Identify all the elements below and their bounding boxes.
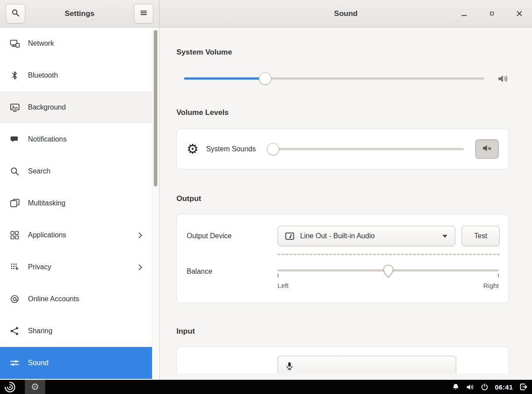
test-speakers-button[interactable]: Test <box>462 226 500 246</box>
output-device-label: Output Device <box>187 232 278 240</box>
system-volume-row <box>176 72 509 85</box>
settings-window: Settings Sound <box>0 0 532 380</box>
search-button[interactable] <box>6 4 25 24</box>
balance-label: Balance <box>187 268 278 276</box>
system-sounds-gear-icon: ⚙ <box>187 142 199 156</box>
output-heading: Output <box>176 194 509 203</box>
sidebar-item-network[interactable]: Network <box>0 28 159 59</box>
network-icon <box>9 38 20 49</box>
taskbar-clock[interactable]: 06:41 <box>495 383 513 391</box>
output-device-dropdown[interactable]: Line Out - Built-in Audio <box>278 226 455 246</box>
sidebar-item-label: Network <box>28 39 54 47</box>
online-accounts-icon <box>9 294 20 304</box>
volume-muted-icon <box>482 143 493 155</box>
sharing-icon <box>9 326 20 336</box>
dropdown-arrow-icon <box>442 234 448 238</box>
applications-icon <box>9 230 20 240</box>
output-card: Output Device Line Out - Built-in Audio … <box>176 214 509 303</box>
logout-tray-icon[interactable] <box>520 383 528 391</box>
notifications-icon <box>9 134 20 145</box>
chevron-right-icon <box>137 264 144 271</box>
audio-card-icon <box>285 232 294 241</box>
taskbar-tray: 06:41 <box>452 380 532 394</box>
input-device-dropdown[interactable] <box>278 356 456 373</box>
window-controls <box>460 10 532 18</box>
volume-tray-icon[interactable] <box>466 383 474 391</box>
sidebar-item-sound[interactable]: Sound <box>0 347 159 379</box>
sidebar-item-notifications[interactable]: Notifications <box>0 123 159 155</box>
sidebar-item-search[interactable]: Search <box>0 155 159 187</box>
dashed-separator <box>278 254 500 255</box>
balance-left-tick <box>278 274 278 277</box>
power-tray-icon[interactable] <box>481 383 488 390</box>
output-device-row: Output Device Line Out - Built-in Audio … <box>187 226 500 246</box>
taskbar: ⚙ 06:41 <box>0 380 532 394</box>
search-icon <box>12 9 20 19</box>
sidebar-item-privacy[interactable]: Privacy <box>0 251 159 283</box>
desktop: Settings Sound <box>0 0 532 394</box>
sidebar: Network Bluetooth Background <box>0 28 160 380</box>
multitasking-icon <box>9 198 20 209</box>
sidebar-item-label: Notifications <box>28 135 66 143</box>
microphone-icon <box>285 362 294 370</box>
system-volume-knob[interactable] <box>259 72 271 85</box>
sidebar-item-label: Search <box>28 167 51 175</box>
balance-right-label: Right <box>483 282 499 289</box>
balance-right-tick <box>498 274 499 277</box>
sound-icon <box>9 358 20 368</box>
balance-row: Balance Left <box>187 264 500 289</box>
sidebar-scrollbar-track[interactable] <box>152 28 159 380</box>
sidebar-item-label: Sound <box>28 359 48 367</box>
sidebar-item-sharing[interactable]: Sharing <box>0 315 159 347</box>
input-card <box>176 347 509 373</box>
sidebar-item-multitasking[interactable]: Multitasking <box>0 187 159 219</box>
volume-levels-heading: Volume Levels <box>176 108 509 117</box>
system-sounds-label: System Sounds <box>206 145 256 153</box>
sidebar-title: Settings <box>65 9 94 18</box>
balance-slider[interactable] <box>278 264 499 278</box>
chevron-right-icon <box>137 232 144 239</box>
sidebar-headerbar: Settings <box>0 0 160 27</box>
content-headerbar: Sound <box>160 0 532 27</box>
sound-panel: System Volume Volume Levels ⚙ System Sou… <box>160 28 532 380</box>
system-volume-heading: System Volume <box>176 48 509 57</box>
balance-extent-labels: Left Right <box>278 282 499 289</box>
gear-icon: ⚙ <box>31 382 39 392</box>
volume-high-icon <box>497 73 509 84</box>
sidebar-item-bluetooth[interactable]: Bluetooth <box>0 59 159 91</box>
background-icon <box>9 102 20 113</box>
volume-levels-card: ⚙ System Sounds <box>176 129 509 169</box>
sidebar-item-label: Online Accounts <box>28 295 79 303</box>
system-sounds-knob[interactable] <box>267 143 279 155</box>
system-volume-slider[interactable] <box>184 72 485 85</box>
system-sounds-slider[interactable] <box>267 142 464 156</box>
sidebar-item-label: Sharing <box>28 327 52 335</box>
slider-fill <box>184 78 265 80</box>
sidebar-item-background[interactable]: Background <box>0 91 159 123</box>
sidebar-item-label: Background <box>28 103 66 111</box>
hamburger-menu-icon <box>140 9 148 19</box>
maximize-button[interactable] <box>488 10 496 18</box>
search-sidebar-icon <box>9 166 20 177</box>
balance-left-label: Left <box>278 282 289 289</box>
sidebar-item-label: Applications <box>28 231 66 239</box>
notifications-tray-icon[interactable] <box>452 383 459 390</box>
sidebar-item-label: Privacy <box>28 263 51 271</box>
balance-knob[interactable] <box>382 264 395 280</box>
privacy-icon <box>9 262 20 272</box>
taskbar-settings-app[interactable]: ⚙ <box>25 380 45 394</box>
system-sounds-mute-toggle[interactable] <box>475 139 499 159</box>
app-launcher-icon[interactable] <box>0 380 20 394</box>
sidebar-item-label: Bluetooth <box>28 71 58 79</box>
close-button[interactable] <box>515 10 523 18</box>
input-heading: Input <box>176 327 509 336</box>
balance-slider-area: Left Right <box>278 264 500 289</box>
sidebar-item-label: Multitasking <box>28 199 65 207</box>
sidebar-scrollbar-thumb[interactable] <box>154 30 157 186</box>
primary-menu-button[interactable] <box>134 4 153 24</box>
minimize-button[interactable] <box>460 10 468 18</box>
sidebar-item-online-accounts[interactable]: Online Accounts <box>0 283 159 315</box>
slider-track[interactable] <box>267 148 464 150</box>
headerbar: Settings Sound <box>0 0 532 28</box>
sidebar-item-applications[interactable]: Applications <box>0 219 159 251</box>
